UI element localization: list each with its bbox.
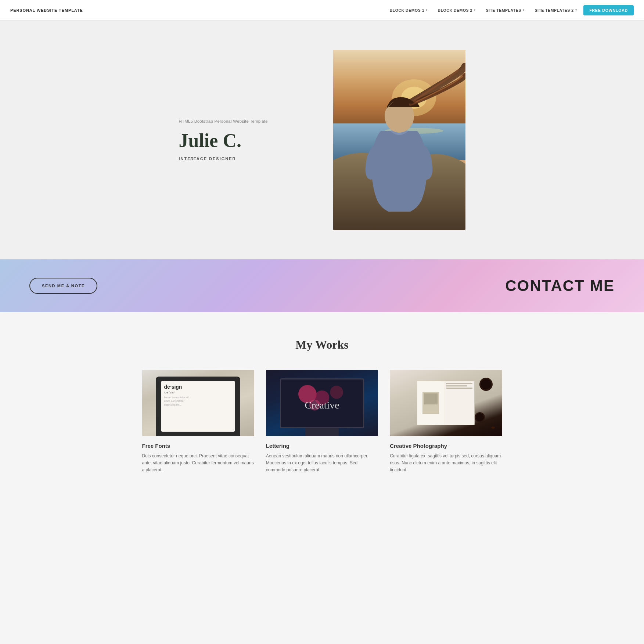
chevron-down-icon: ▾ xyxy=(575,8,577,12)
work-desc-photography: Curabitur ligula ex, sagittis vel turpis… xyxy=(390,453,502,474)
book-image xyxy=(422,392,439,414)
contact-title: CONTACT ME xyxy=(505,277,615,295)
works-section-title: My Works xyxy=(29,338,615,352)
tablet-mockup: de·sign /də ˈzīn/ Lorem ipsum dolor sita… xyxy=(156,377,240,436)
work-desc-lettering: Aenean vestibulum aliquam mauris non ull… xyxy=(266,453,378,474)
nav-brand: PERSONAL WEBSITE TEMPLATE xyxy=(10,8,83,12)
coffee-beans xyxy=(491,427,495,429)
hero-photo xyxy=(333,50,465,230)
work-title-lettering: Lettering xyxy=(266,443,378,449)
work-image-lettering: Creative xyxy=(266,370,378,436)
work-image-photography xyxy=(390,370,502,436)
svg-text:Creative: Creative xyxy=(305,400,339,411)
chevron-down-icon: ▾ xyxy=(523,8,525,12)
work-card-photography: Creative Photography Curabitur ligula ex… xyxy=(390,370,502,474)
hero-image xyxy=(333,50,465,230)
works-grid: de·sign /də ˈzīn/ Lorem ipsum dolor sita… xyxy=(142,370,502,474)
svg-point-10 xyxy=(330,386,343,399)
monitor-mockup: Creative xyxy=(266,370,378,436)
book-page-right xyxy=(444,381,474,425)
nav-links: BLOCK DEMOS 1 ▾ BLOCK DEMOS 2 ▾ SITE TEM… xyxy=(386,5,634,15)
nav-site-templates[interactable]: SITE TEMPLATES ▾ xyxy=(482,6,528,15)
hero-illustration xyxy=(333,50,465,230)
hero-content: HTML5 Bootstrap Personal Website Templat… xyxy=(179,119,333,161)
free-download-button[interactable]: FREE DOWNLOAD xyxy=(583,5,634,15)
nav-block-demos-2[interactable]: BLOCK DEMOS 2 ▾ xyxy=(434,6,479,15)
tablet-text-design: de·sign xyxy=(164,384,232,390)
navbar: PERSONAL WEBSITE TEMPLATE BLOCK DEMOS 1 … xyxy=(0,0,644,21)
lettering-illustration: Creative xyxy=(281,379,363,427)
hero-subtitle: HTML5 Bootstrap Personal Website Templat… xyxy=(179,119,311,123)
nav-site-templates-2[interactable]: SITE TEMPLATES 2 ▾ xyxy=(531,6,580,15)
work-card-lettering: Creative Lettering Aenean vestibulum ali… xyxy=(266,370,378,474)
svg-rect-14 xyxy=(424,393,438,404)
monitor-stand xyxy=(305,428,339,436)
tablet-screen: de·sign /də ˈzīn/ Lorem ipsum dolor sita… xyxy=(161,381,235,432)
coffee-mockup xyxy=(390,370,502,436)
monitor-screen: Creative xyxy=(280,378,364,428)
hero-section: HTML5 Bootstrap Personal Website Templat… xyxy=(0,21,644,259)
hero-name: Julie C. xyxy=(179,130,311,151)
nav-block-demos-1[interactable]: BLOCK DEMOS 1 ▾ xyxy=(386,6,431,15)
work-card-free-fonts: de·sign /də ˈzīn/ Lorem ipsum dolor sita… xyxy=(142,370,254,474)
work-title-photography: Creative Photography xyxy=(390,443,502,449)
book-page-left xyxy=(417,381,444,425)
chevron-down-icon: ▾ xyxy=(426,8,428,12)
work-desc-free-fonts: Duis consectetur neque orci. Praesent vi… xyxy=(142,453,254,474)
contact-band: SEND ME A NOTE CONTACT ME xyxy=(0,259,644,312)
hero-role: INTERFACE DESIGNER xyxy=(179,156,311,161)
chevron-down-icon: ▾ xyxy=(474,8,476,12)
coffee-cup-small xyxy=(476,413,484,421)
work-image-free-fonts: de·sign /də ˈzīn/ Lorem ipsum dolor sita… xyxy=(142,370,254,436)
work-title-free-fonts: Free Fonts xyxy=(142,443,254,449)
send-note-button[interactable]: SEND ME A NOTE xyxy=(29,278,97,294)
coffee-cup-large xyxy=(481,379,491,389)
works-section: My Works de·sign /də ˈzīn/ Lorem ipsum d… xyxy=(0,312,644,503)
book-element xyxy=(417,381,475,425)
